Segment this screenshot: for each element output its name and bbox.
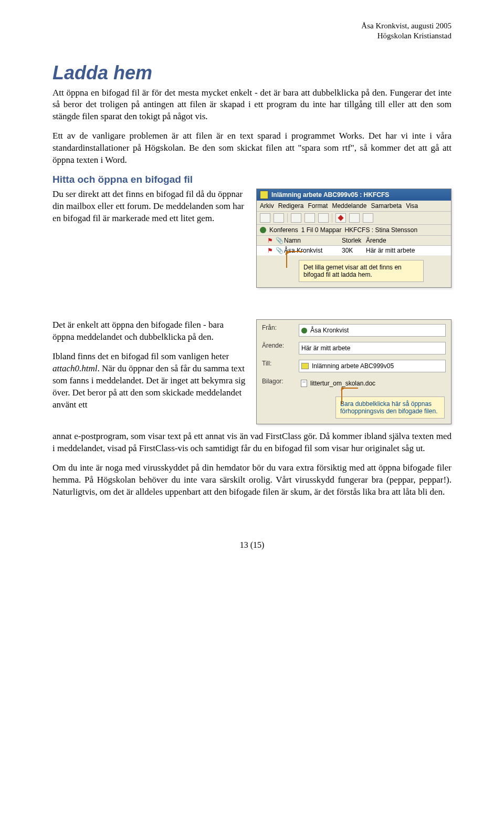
- header-author: Åsa Kronkvist, augusti 2005: [52, 21, 452, 31]
- paragraph-2: Ett av de vanligare problemen är att fil…: [52, 130, 452, 166]
- label-from: Från:: [262, 324, 299, 337]
- conference-icon: [260, 191, 268, 199]
- toolbar-button[interactable]: [318, 213, 329, 223]
- field-attachments[interactable]: littertur_om_skolan.doc: [299, 378, 446, 389]
- info-bar: Konferens 1 Fil 0 Mappar HKFCFS : Stina …: [257, 225, 451, 236]
- p5-a: Ibland finns det en bifogad fil som vanl…: [52, 351, 229, 361]
- firstclass-window: Inlämning arbete ABC999v05 : HKFCFS Arki…: [256, 189, 452, 288]
- section-row-2: Det är enkelt att öppna den bifogade fil…: [52, 319, 452, 424]
- callout-note: Det lilla gemet visar att det finns en b…: [299, 260, 424, 282]
- header-org: Högskolan Kristianstad: [52, 31, 452, 41]
- field-from: Åsa Kronkvist: [299, 324, 446, 337]
- text-column: Du ser direkt att det finns en bifogad f…: [52, 189, 247, 232]
- label-to: Till:: [262, 360, 299, 372]
- toolbar-button[interactable]: [349, 213, 360, 223]
- info-files: 1 Fil 0 Mappar: [301, 226, 342, 234]
- page-header: Åsa Kronkvist, augusti 2005 Högskolan Kr…: [52, 21, 452, 41]
- row-size: 30K: [342, 247, 366, 254]
- label-subject: Ärende:: [262, 342, 299, 354]
- flag-icon: ⚑: [267, 247, 276, 254]
- callout-text: Det lilla gemet visar att det finns en b…: [303, 264, 402, 278]
- toolbar-button[interactable]: [274, 213, 284, 223]
- label-attachments: Bilagor:: [262, 378, 299, 389]
- text-column: Det är enkelt att öppna den bifogade fil…: [52, 319, 247, 419]
- toolbar: [257, 212, 451, 225]
- field-subject: Här är mitt arbete: [299, 342, 446, 354]
- attachment-column-icon: 📎: [276, 237, 284, 244]
- paragraph-3: Du ser direkt att det finns en bifogad f…: [52, 189, 247, 225]
- paragraph-1: Att öppna en bifogad fil är för det mest…: [52, 87, 452, 123]
- subject-value: Här är mitt arbete: [301, 345, 350, 352]
- message-fields: Från: Åsa Kronkvist Ärende: Här är mitt …: [257, 320, 451, 393]
- user-icon: [260, 227, 266, 233]
- screenshot-message-header: Från: Åsa Kronkvist Ärende: Här är mitt …: [256, 319, 452, 424]
- section-row-1: Du ser direkt att det finns en bifogad f…: [52, 189, 452, 288]
- callout-text: Bara dubbelklicka här så öppnas förhoppn…: [340, 400, 437, 415]
- message-panel: Från: Åsa Kronkvist Ärende: Här är mitt …: [256, 319, 452, 424]
- toolbar-button[interactable]: [304, 213, 315, 223]
- menu-item[interactable]: Visa: [406, 202, 418, 210]
- paragraph-5-cont: annat e-postprogram, som visar text på e…: [52, 431, 452, 455]
- window-title-text: Inlämning arbete ABC999v05 : HKFCFS: [271, 191, 389, 199]
- menu-bar: Arkiv Redigera Format Meddelande Samarbe…: [257, 201, 451, 212]
- menu-item[interactable]: Format: [308, 202, 328, 210]
- menu-item[interactable]: Redigera: [278, 202, 304, 210]
- paragraph-5: Ibland finns det en bifogad fil som vanl…: [52, 351, 247, 411]
- window-titlebar: Inlämning arbete ABC999v05 : HKFCFS: [257, 189, 451, 201]
- paragraph-4: Det är enkelt att öppna den bifogade fil…: [52, 319, 247, 343]
- toolbar-button[interactable]: [291, 213, 301, 223]
- column-size: Storlek: [342, 237, 366, 244]
- document-page: Åsa Kronkvist, augusti 2005 Högskolan Kr…: [0, 0, 504, 571]
- menu-item[interactable]: Meddelande: [332, 202, 366, 210]
- page-footer: 13 (15): [52, 540, 452, 550]
- info-conference: Konferens: [269, 226, 298, 234]
- page-title: Ladda hem: [52, 62, 452, 84]
- row-subject: Här är mitt arbete: [366, 247, 449, 254]
- to-value: Inlämning arbete ABC999v05: [312, 362, 394, 370]
- flag-icon[interactable]: [335, 213, 346, 223]
- toolbar-button[interactable]: [363, 213, 373, 223]
- p5-filename: attach0.html: [52, 363, 97, 373]
- list-header: ⚑ 📎 Namn Storlek Ärende: [257, 236, 451, 246]
- document-icon: [301, 380, 307, 387]
- column-name: Namn: [284, 237, 342, 244]
- flag-column-icon: ⚑: [267, 237, 276, 244]
- toolbar-button[interactable]: [260, 213, 270, 223]
- conference-icon: [301, 363, 309, 369]
- screenshot-list-window: Inlämning arbete ABC999v05 : HKFCFS Arki…: [256, 189, 452, 288]
- column-subject: Ärende: [366, 237, 449, 244]
- info-user: HKFCFS : Stina Stensson: [344, 226, 417, 234]
- from-value: Åsa Kronkvist: [310, 327, 349, 334]
- menu-item[interactable]: Samarbeta: [371, 202, 402, 210]
- section-subtitle-1: Hitta och öppna en bifogad fil: [52, 174, 452, 185]
- menu-item[interactable]: Arkiv: [260, 202, 274, 210]
- person-icon: [301, 328, 307, 333]
- paragraph-6: Om du inte är noga med virusskyddet på d…: [52, 462, 452, 498]
- callout-note: Bara dubbelklicka här så öppnas förhoppn…: [335, 396, 445, 419]
- field-to: Inlämning arbete ABC999v05: [299, 360, 446, 372]
